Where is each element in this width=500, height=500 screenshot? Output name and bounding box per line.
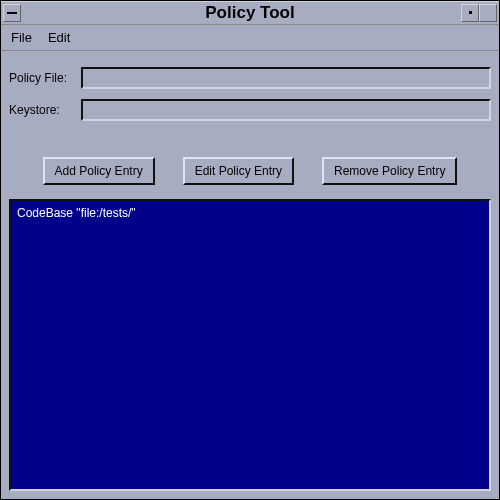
- policy-entries-list[interactable]: CodeBase "file:/tests/": [9, 199, 491, 491]
- minimize-button[interactable]: [461, 4, 479, 22]
- window-menu-button[interactable]: [3, 4, 21, 22]
- policy-file-input[interactable]: [81, 67, 491, 89]
- window-title: Policy Tool: [205, 3, 294, 23]
- menu-file[interactable]: File: [11, 30, 32, 45]
- maximize-button[interactable]: [479, 4, 497, 22]
- menu-edit[interactable]: Edit: [48, 30, 70, 45]
- list-item[interactable]: CodeBase "file:/tests/": [15, 205, 485, 221]
- keystore-label: Keystore:: [9, 103, 81, 117]
- policy-tool-window: Policy Tool File Edit Policy File: Keyst…: [0, 0, 500, 500]
- menubar: File Edit: [1, 25, 499, 51]
- content-area: Policy File: Keystore: Add Policy Entry …: [1, 51, 499, 499]
- policy-file-row: Policy File:: [9, 67, 491, 89]
- button-row: Add Policy Entry Edit Policy Entry Remov…: [9, 157, 491, 185]
- keystore-row: Keystore:: [9, 99, 491, 121]
- titlebar: Policy Tool: [1, 1, 499, 25]
- add-policy-entry-button[interactable]: Add Policy Entry: [43, 157, 155, 185]
- edit-policy-entry-button[interactable]: Edit Policy Entry: [183, 157, 294, 185]
- remove-policy-entry-button[interactable]: Remove Policy Entry: [322, 157, 457, 185]
- keystore-input[interactable]: [81, 99, 491, 121]
- policy-file-label: Policy File:: [9, 71, 81, 85]
- window-controls: [461, 4, 497, 22]
